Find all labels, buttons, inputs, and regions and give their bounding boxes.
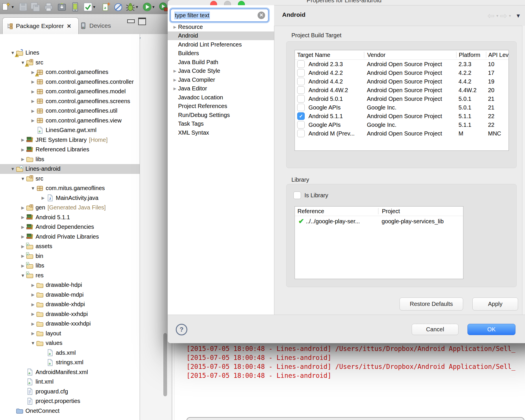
target-row[interactable]: Android 5.0.1Android Open Source Project…	[295, 94, 509, 103]
avd-manager-icon[interactable]	[70, 2, 80, 12]
collapse-arrow-icon[interactable]: ▼	[30, 341, 36, 345]
target-row[interactable]: Google APIsGoogle Inc.5.0.121	[295, 103, 509, 112]
tree-row[interactable]: ▶com.control.gameoflines.controller	[0, 77, 140, 87]
view-menu-icon[interactable]: ▼	[515, 13, 521, 19]
sdk-manager-icon[interactable]	[57, 2, 67, 12]
tree-row[interactable]: ▶alibs	[0, 261, 140, 271]
tree-row[interactable]: ▶aassets	[0, 241, 140, 251]
tree-row[interactable]: ▶drawable-hdpi	[0, 280, 140, 290]
cancel-button[interactable]: Cancel	[412, 324, 459, 335]
tree-row[interactable]: ▶com.control.gameoflines.model	[0, 87, 140, 96]
tree-row[interactable]: project.properties	[0, 396, 140, 406]
expand-arrow-icon[interactable]: ▶	[30, 89, 36, 94]
expand-arrow-icon[interactable]: ▶	[30, 109, 36, 113]
expand-arrow-icon[interactable]: ▶	[20, 263, 26, 268]
tree-row[interactable]: ▼values	[0, 338, 140, 348]
tree-row[interactable]: OnetConnect	[0, 406, 140, 416]
category-item-java-build-path[interactable]: Java Build Path	[168, 58, 274, 67]
expand-arrow-icon[interactable]: ▶	[168, 25, 178, 29]
expand-arrow-icon[interactable]: ▶	[30, 79, 36, 84]
expand-arrow-icon[interactable]: ▶	[20, 205, 26, 210]
collapse-arrow-icon[interactable]: ▼	[20, 273, 26, 278]
debug-icon-dropdown[interactable]: ▾	[136, 4, 138, 10]
new-xml-icon[interactable]: a	[101, 2, 111, 12]
tree-row[interactable]: ▶JMainActivity.java	[0, 193, 140, 203]
tree-row[interactable]: ▶com.control.gameoflines.view	[0, 116, 140, 126]
tree-row[interactable]: ▶abin	[0, 251, 140, 261]
tree-row[interactable]: alint.xml	[0, 377, 140, 387]
category-item-javadoc-location[interactable]: Javadoc Location	[168, 93, 274, 102]
expand-arrow-icon[interactable]: ▶	[168, 69, 178, 73]
category-item-java-code-style[interactable]: ▶Java Code Style	[168, 67, 274, 76]
scrollbar-thumb[interactable]	[163, 333, 167, 396]
category-item-project-references[interactable]: Project References	[168, 102, 274, 111]
junit-check-icon-dropdown[interactable]: ▾	[93, 4, 95, 10]
expand-arrow-icon[interactable]: ▶	[30, 292, 36, 297]
expand-arrow-icon[interactable]: ▶	[30, 331, 36, 336]
target-checkbox[interactable]	[297, 86, 305, 94]
tree-row[interactable]: ▼ares	[0, 271, 140, 280]
new-wizard-icon-dropdown[interactable]: ▾	[12, 4, 14, 10]
tree-row[interactable]: ▼aLines-android	[0, 164, 140, 174]
target-row[interactable]: Android M (Prev...Android Open Source Pr…	[295, 129, 509, 138]
tree-row[interactable]: ▶Android Dependencies	[0, 222, 140, 232]
category-item-android[interactable]: Android	[168, 31, 274, 40]
tree-row[interactable]: aLinesGame.gwt.xml	[0, 125, 140, 135]
tree-row[interactable]: ▼Lines	[0, 48, 140, 58]
expand-arrow-icon[interactable]: ▶	[20, 215, 26, 220]
tree-row[interactable]: ▶drawable-mdpi	[0, 290, 140, 300]
table-row[interactable]: ✔ ../../google-play-ser... google-play-s…	[295, 216, 463, 226]
tree-row[interactable]: ▼src	[0, 174, 140, 184]
tree-row[interactable]: ▶layout	[0, 329, 140, 339]
target-row[interactable]: Android 4.4W.2Android Open Source Projec…	[295, 86, 509, 94]
expand-arrow-icon[interactable]: ▶	[20, 147, 26, 152]
run-icon[interactable]	[142, 2, 152, 12]
target-row[interactable]: Android 4.4.2Android Open Source Project…	[295, 77, 509, 86]
tree-row[interactable]: ▶drawable-xhdpi	[0, 300, 140, 309]
filter-input[interactable]: type filter text ✕	[170, 9, 269, 22]
target-checkbox[interactable]	[297, 95, 305, 103]
tree-row[interactable]: ▶gen[Generated Java Files]	[0, 203, 140, 213]
target-row[interactable]: Google APIsGoogle Inc.5.1.122	[295, 120, 509, 129]
expand-arrow-icon[interactable]: ▶	[20, 137, 26, 142]
expand-arrow-icon[interactable]: ▶	[20, 157, 26, 161]
category-item-android-lint-preferences[interactable]: Android Lint Preferences	[168, 40, 274, 49]
expand-arrow-icon[interactable]: ▶	[30, 283, 36, 287]
tree-row[interactable]: ▶drawable-xxhdpi	[0, 309, 140, 319]
tree-row[interactable]: ▼com.mitus.gameoflines	[0, 183, 140, 193]
collapse-arrow-icon[interactable]: ▼	[20, 176, 26, 181]
expand-arrow-icon[interactable]: ▶	[30, 321, 36, 326]
category-item-java-compiler[interactable]: ▶Java Compiler	[168, 75, 274, 84]
expand-arrow-icon[interactable]: ▶	[168, 86, 178, 91]
target-row[interactable]: ✓Android 5.1.1Android Open Source Projec…	[295, 112, 509, 120]
ok-button[interactable]: OK	[467, 324, 515, 335]
tree-row[interactable]: ▶libs	[0, 155, 140, 164]
expand-arrow-icon[interactable]: ▶	[30, 302, 36, 307]
tree-row[interactable]: ▶Referenced Libraries	[0, 145, 140, 155]
tree-row[interactable]: ▶Android Private Libraries	[0, 232, 140, 242]
maximize-view-icon[interactable]	[138, 18, 146, 25]
category-item-task-tags[interactable]: Task Tags	[168, 120, 274, 129]
expand-arrow-icon[interactable]: ▶	[30, 118, 36, 123]
run-external-icon[interactable]	[159, 2, 169, 12]
skip-breakpoints-icon[interactable]	[113, 2, 123, 12]
junit-check-icon[interactable]	[83, 2, 93, 12]
tree-row[interactable]: proguard.cfg	[0, 387, 140, 397]
tree-row[interactable]: ▶Android 5.1.1	[0, 213, 140, 222]
clear-filter-icon[interactable]: ✕	[258, 12, 265, 19]
apply-button[interactable]: Apply	[472, 298, 518, 311]
debug-icon[interactable]	[125, 2, 135, 12]
expand-arrow-icon[interactable]: ▶	[30, 312, 36, 316]
is-library-checkbox[interactable]	[293, 192, 301, 199]
help-button[interactable]: ?	[176, 324, 187, 335]
expand-arrow-icon[interactable]: ▶	[40, 196, 46, 200]
expand-arrow-icon[interactable]: ▶	[20, 254, 26, 258]
category-item-resource[interactable]: ▶Resource	[168, 23, 274, 31]
target-checkbox[interactable]: ✓	[297, 112, 305, 120]
category-item-builders[interactable]: Builders	[168, 49, 274, 58]
expand-arrow-icon[interactable]: ▶	[168, 78, 178, 82]
expand-arrow-icon[interactable]: ▶	[20, 234, 26, 239]
target-checkbox[interactable]	[297, 130, 305, 137]
tree-row[interactable]: ▶com.control.gameoflines.screens	[0, 96, 140, 106]
tree-row[interactable]: astrings.xml	[0, 358, 140, 367]
